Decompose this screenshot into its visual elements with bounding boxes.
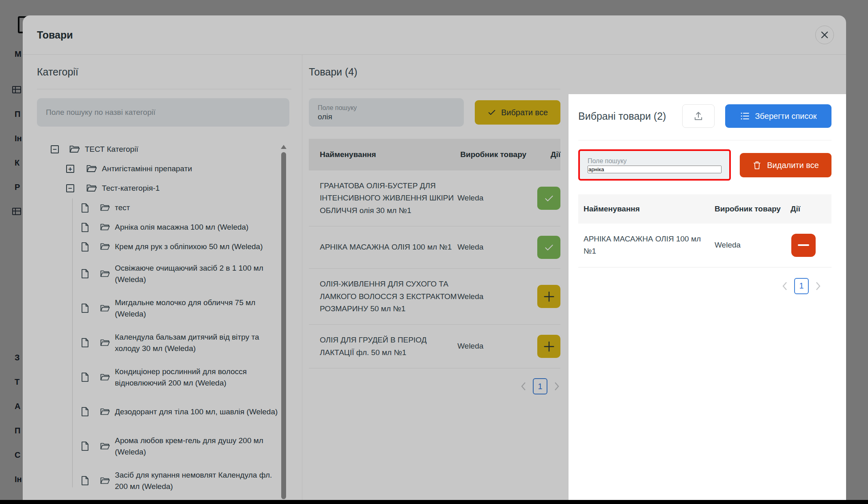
next-page-icon[interactable] <box>814 281 822 291</box>
tree-item-label: Засіб для купання немовлят Календула фл.… <box>115 470 282 492</box>
file-icon <box>81 338 89 347</box>
product-name: ОЛІЯ ДЛЯ ГРУДЕЙ В ПЕРІОД ЛАКТАЦІЇ фл. 50… <box>309 334 457 359</box>
check-icon <box>544 242 554 253</box>
selected-products-title: Вибрані товари (2) <box>578 110 666 122</box>
tree-item-label: Арома любов крем-гель для душу 200 мл (W… <box>115 435 282 457</box>
upload-icon <box>693 111 704 121</box>
tree-item[interactable]: + Антигістамінні препарати <box>37 159 302 179</box>
product-name: ГРАНАТОВА ОЛІЯ-БУСТЕР ДЛЯ ІНТЕНСИВНОГО Ж… <box>309 180 457 217</box>
tree-guide-line <box>72 198 73 487</box>
tree-item[interactable]: Освіжаюче очищаючий засіб 2 в 1 100 мл (… <box>37 256 302 291</box>
selected-search-field-highlighted[interactable]: Поле пошуку <box>578 149 731 181</box>
table-row: АРНІКА МАСАЖНА ОЛІЯ 100 мл №1 Weleda <box>309 226 560 269</box>
add-product-button[interactable] <box>537 335 560 358</box>
prev-page-icon[interactable] <box>520 381 527 391</box>
table-row: АРНІКА МАСАЖНА ОЛІЯ 100 мл №1 Weleda <box>578 224 831 267</box>
tree-item[interactable]: − Тест-категорія-1 <box>37 179 302 198</box>
tree-item-label: Мигдальне молочко для обличчя 75 мл (Wel… <box>115 297 282 319</box>
folder-open-icon <box>100 223 110 231</box>
products-search-field[interactable]: Поле пошуку <box>309 98 464 127</box>
categories-search-input[interactable] <box>46 108 280 117</box>
file-icon <box>81 373 89 382</box>
tree-item-label: Календула бальзам дитячий від вітру та х… <box>115 332 282 354</box>
expand-toggle-icon[interactable]: + <box>66 165 74 173</box>
folder-open-icon <box>100 204 110 212</box>
products-title: Товари (4) <box>309 66 560 78</box>
save-list-button[interactable]: Зберегти список <box>725 104 831 128</box>
column-header-name: Найменування <box>309 149 460 161</box>
categories-tree: − ТЕСТ Категорії + Антигістамінні препар… <box>37 140 302 504</box>
selected-toolbar: Поле пошуку Видалити все <box>578 149 831 181</box>
select-all-button[interactable]: Вибрати все <box>475 100 560 125</box>
tree-item-label: Тест-категорія-1 <box>102 183 160 194</box>
selected-pagination: 1 <box>578 278 831 294</box>
categories-column: Категорії − ТЕСТ Категорії + <box>23 55 302 504</box>
products-column: Товари (4) Поле пошуку Вибрати все <box>302 55 569 504</box>
tree-item[interactable]: Арніка олія масажна 100 мл (Weleda) <box>37 218 302 237</box>
column-header-manufacturer: Виробник товару <box>715 203 790 215</box>
tree-item[interactable]: Мигдальне молочко для обличчя 75 мл (Wel… <box>37 291 302 325</box>
scrollbar[interactable] <box>281 145 286 499</box>
page-number[interactable]: 1 <box>794 278 809 294</box>
minus-icon <box>798 244 809 246</box>
divider <box>578 140 831 140</box>
modal-title: Товари <box>37 29 73 41</box>
divider <box>309 89 560 89</box>
folder-open-icon <box>100 304 110 312</box>
categories-title: Категорії <box>37 66 302 78</box>
added-button[interactable] <box>537 187 560 210</box>
folder-open-icon <box>69 145 80 154</box>
tree-item-label: Дезодорант для тіла 100 мл, шавлія (Wele… <box>115 406 278 418</box>
categories-search-field[interactable] <box>37 98 289 127</box>
folder-open-icon <box>100 442 110 450</box>
next-page-icon[interactable] <box>553 381 560 391</box>
products-table: Найменування Виробник товару Дії ГРАНАТО… <box>309 139 560 368</box>
tree-item[interactable]: Арома любов крем-гель для душу 200 мл (W… <box>37 429 302 463</box>
added-button[interactable] <box>537 236 560 259</box>
selected-table: Найменування Виробник товару Дії АРНІКА … <box>578 194 831 267</box>
remove-product-button[interactable] <box>791 234 816 257</box>
column-header-actions: Дії <box>551 150 560 159</box>
product-manufacturer: Weleda <box>715 239 790 251</box>
prev-page-icon[interactable] <box>781 281 788 291</box>
selected-products-panel: Вибрані товари (2) Зберегти список <box>569 94 846 504</box>
products-search-input[interactable] <box>318 112 455 121</box>
scrollbar-thumb[interactable] <box>281 152 286 499</box>
tree-item[interactable]: Календула бальзам дитячий від вітру та х… <box>37 325 302 360</box>
folder-open-icon <box>100 408 110 416</box>
tree-item[interactable]: − ТЕСТ Категорії <box>37 140 302 159</box>
tree-item[interactable]: тест <box>37 198 302 218</box>
product-name: АРНІКА МАСАЖНА ОЛІЯ 100 мл №1 <box>578 233 715 258</box>
tree-item-label: Крем для рук з обліпихою 50 мл (Weleda) <box>115 241 263 252</box>
plus-icon <box>543 291 555 303</box>
tree-item[interactable]: Кондиціонер рослинний для волосся віднов… <box>37 360 302 394</box>
check-icon <box>487 108 496 117</box>
tree-item-label: Арніка олія масажна 100 мл (Weleda) <box>115 222 248 233</box>
save-list-label: Зберегти список <box>755 112 817 121</box>
tree-item[interactable]: Крем для рук з обліпихою 50 мл (Weleda) <box>37 237 302 256</box>
search-field-label: Поле пошуку <box>588 157 722 166</box>
tree-item-label: ТЕСТ Категорії <box>85 144 138 155</box>
tree-item[interactable]: Дезодорант для тіла 100 мл, шавлія (Wele… <box>37 394 302 429</box>
close-button[interactable] <box>815 26 834 44</box>
collapse-toggle-icon[interactable]: − <box>66 184 74 192</box>
selected-search-input[interactable] <box>588 166 722 173</box>
file-icon <box>81 304 89 313</box>
products-table-header: Найменування Виробник товару Дії <box>309 139 560 170</box>
products-toolbar: Поле пошуку Вибрати все <box>309 98 560 127</box>
folder-open-icon <box>100 243 110 251</box>
scroll-up-icon[interactable] <box>281 145 286 149</box>
tree-item[interactable]: Засіб для купання немовлят Календула фл.… <box>37 463 302 498</box>
plus-icon <box>543 340 555 353</box>
collapse-toggle-icon[interactable]: − <box>51 145 59 153</box>
folder-open-icon <box>100 477 110 485</box>
add-product-button[interactable] <box>537 285 560 308</box>
folder-open-icon <box>86 164 97 173</box>
delete-all-button[interactable]: Видалити все <box>740 153 831 177</box>
delete-all-label: Видалити все <box>767 161 819 170</box>
selected-panel-header: Вибрані товари (2) Зберегти список <box>578 104 831 128</box>
export-button[interactable] <box>682 104 715 128</box>
file-icon <box>81 269 89 278</box>
page-number[interactable]: 1 <box>533 378 547 394</box>
column-header-actions: Дії <box>790 205 800 213</box>
